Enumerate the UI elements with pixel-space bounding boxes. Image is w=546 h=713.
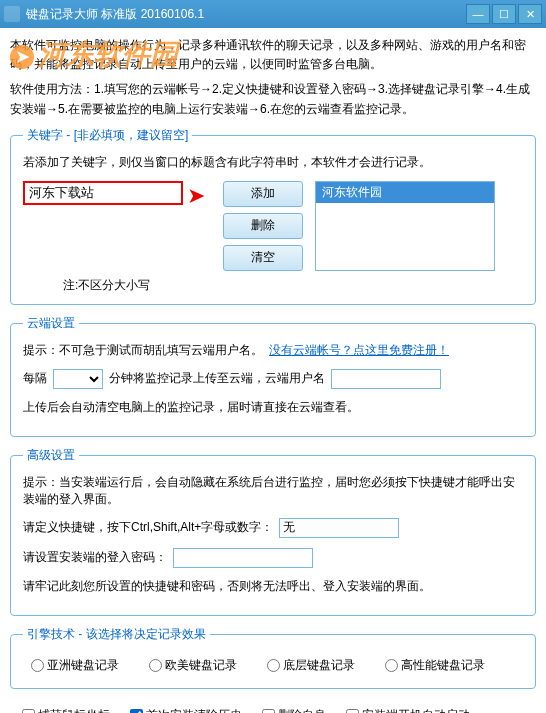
cloud-register-link[interactable]: 没有云端帐号？点这里免费注册！: [269, 342, 449, 359]
engine-legend: 引擎技术 - 该选择将决定记录效果: [23, 626, 210, 643]
app-icon: [4, 6, 20, 22]
keywords-desc: 若添加了关键字，则仅当窗口的标题含有此字符串时，本软件才会进行记录。: [23, 154, 523, 171]
check-delete-self[interactable]: 删除自身: [262, 707, 326, 713]
minimize-button[interactable]: —: [466, 4, 490, 24]
advanced-fieldset: 高级设置 提示：当安装端运行后，会自动隐藏在系统后台进行监控，届时您必须按下快捷…: [10, 447, 536, 616]
cloud-fieldset: 云端设置 提示：不可急于测试而胡乱填写云端用户名。 没有云端帐号？点这里免费注册…: [10, 315, 536, 437]
engine-radio-lowlevel[interactable]: 底层键盘记录: [267, 657, 355, 674]
cloud-tip: 提示：不可急于测试而胡乱填写云端用户名。: [23, 342, 263, 359]
check-capture-mouse[interactable]: 捕获鼠标坐标: [22, 707, 110, 713]
password-label: 请设置安装端的登入密码：: [23, 549, 167, 566]
maximize-button[interactable]: ☐: [492, 4, 516, 24]
clear-button[interactable]: 清空: [223, 245, 303, 271]
cloud-note: 上传后会自动清空电脑上的监控记录，届时请直接在云端查看。: [23, 399, 359, 416]
advanced-legend: 高级设置: [23, 447, 79, 464]
delete-button[interactable]: 删除: [223, 213, 303, 239]
cloud-legend: 云端设置: [23, 315, 79, 332]
hotkey-label: 请定义快捷键，按下Ctrl,Shift,Alt+字母或数字：: [23, 519, 273, 536]
check-clear-history[interactable]: 首次安装清除历史: [130, 707, 242, 713]
close-button[interactable]: ✕: [518, 4, 542, 24]
cloud-username-input[interactable]: [331, 369, 441, 389]
engine-radio-highperf[interactable]: 高性能键盘记录: [385, 657, 485, 674]
keywords-note: 注:不区分大小写: [63, 277, 523, 294]
interval-post: 分钟将监控记录上传至云端，云端用户名: [109, 370, 325, 387]
engine-radio-western[interactable]: 欧美键盘记录: [149, 657, 237, 674]
arrow-icon: ➤: [187, 183, 205, 209]
usage-text: 软件使用方法：1.填写您的云端帐号→2.定义快捷键和设置登入密码→3.选择键盘记…: [10, 80, 536, 118]
engine-fieldset: 引擎技术 - 该选择将决定记录效果 亚洲键盘记录 欧美键盘记录 底层键盘记录 高…: [10, 626, 536, 689]
add-button[interactable]: 添加: [223, 181, 303, 207]
remember-note: 请牢记此刻您所设置的快捷键和密码，否则将无法呼出、登入安装端的界面。: [23, 578, 523, 595]
advanced-tip: 提示：当安装端运行后，会自动隐藏在系统后台进行监控，届时您必须按下快捷键才能呼出…: [23, 474, 523, 508]
watermark-logo: ➤河东软件园: [10, 36, 178, 74]
check-autostart[interactable]: 安装端开机自动启动: [346, 707, 470, 713]
keywords-fieldset: 关键字 - [非必填项，建议留空] 若添加了关键字，则仅当窗口的标题含有此字符串…: [10, 127, 536, 305]
engine-radio-asia[interactable]: 亚洲键盘记录: [31, 657, 119, 674]
interval-select[interactable]: [53, 369, 103, 389]
keyword-input[interactable]: [23, 181, 183, 205]
hotkey-input[interactable]: [279, 518, 399, 538]
keywords-legend: 关键字 - [非必填项，建议留空]: [23, 127, 192, 144]
titlebar: 键盘记录大师 标准版 20160106.1 — ☐ ✕: [0, 0, 546, 28]
password-input[interactable]: [173, 548, 313, 568]
interval-pre: 每隔: [23, 370, 47, 387]
window-title: 键盘记录大师 标准版 20160106.1: [26, 6, 464, 23]
list-item[interactable]: 河东软件园: [316, 182, 494, 203]
keyword-list[interactable]: 河东软件园: [315, 181, 495, 271]
